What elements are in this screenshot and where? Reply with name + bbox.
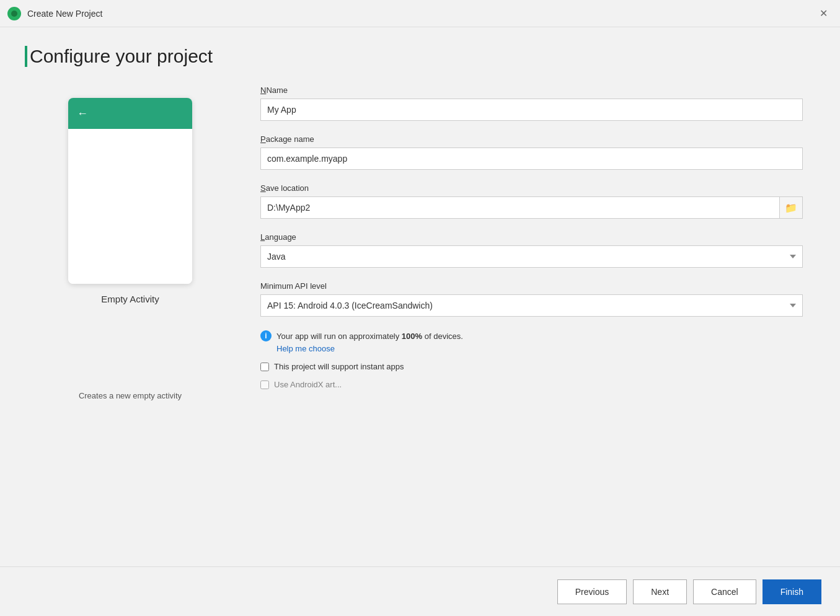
activity-label: Empty Activity [101,294,159,304]
name-field-group: NName [260,86,803,121]
next-button[interactable]: Next [633,579,687,604]
language-select[interactable]: Java Kotlin [260,245,803,268]
save-location-field-group: Save location 📁 [260,183,803,219]
name-input[interactable] [260,99,803,121]
instant-apps-checkbox[interactable] [260,363,269,371]
package-name-label: Package name [260,134,803,144]
save-location-input-row: 📁 [260,196,803,219]
api-info-row: i Your app will run on approximately 100… [260,330,803,341]
page-heading: Configure your project [25,46,815,67]
phone-preview: ← [68,98,192,284]
save-location-input[interactable] [260,196,779,219]
use-androidx-row: Use AndroidX art... [260,380,803,389]
name-label: NName [260,86,803,95]
package-name-field-group: Package name [260,134,803,170]
help-me-choose-link[interactable]: Help me choose [276,344,803,353]
api-info-text: Your app will run on approximately 100% … [276,332,463,341]
save-location-label: Save location [260,183,803,193]
app-icon [7,7,21,20]
content-area: ← Empty Activity Creates a new empty act… [25,86,815,566]
package-name-input[interactable] [260,147,803,170]
close-button[interactable]: ✕ [815,6,833,21]
title-bar: Create New Project ✕ [0,0,840,27]
browse-folder-button[interactable]: 📁 [779,196,803,219]
use-androidx-label[interactable]: Use AndroidX art... [274,380,342,389]
info-icon: i [260,330,272,341]
form-panel: NName Package name Save location [236,86,815,566]
folder-icon: 📁 [785,202,797,214]
min-api-label: Minimum API level [260,281,803,291]
phone-body [68,129,192,284]
language-label: Language [260,232,803,242]
instant-apps-row: This project will support instant apps [260,362,803,371]
cancel-button[interactable]: Cancel [693,579,756,604]
instant-apps-label[interactable]: This project will support instant apps [274,362,404,371]
min-api-select[interactable]: API 15: Android 4.0.3 (IceCreamSandwich)… [260,294,803,317]
phone-header: ← [68,98,192,129]
language-field-group: Language Java Kotlin [260,232,803,268]
back-arrow-icon: ← [77,107,88,120]
previous-button[interactable]: Previous [557,579,627,604]
use-androidx-checkbox[interactable] [260,381,269,389]
min-api-field-group: Minimum API level API 15: Android 4.0.3 … [260,281,803,317]
finish-button[interactable]: Finish [763,579,821,604]
main-content: Configure your project ← Empty Activity … [0,27,840,566]
bottom-bar: Previous Next Cancel Finish [0,566,840,616]
left-panel: ← Empty Activity Creates a new empty act… [25,86,236,566]
window-title: Create New Project [27,9,815,19]
activity-description: Creates a new empty activity [73,391,188,400]
